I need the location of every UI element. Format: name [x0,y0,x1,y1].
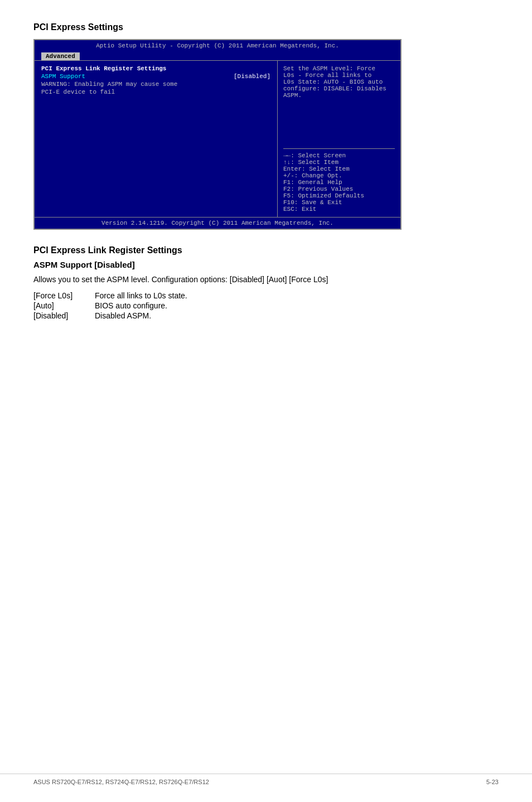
option-auto: [Auto] BIOS auto configure. [33,301,499,310]
bios-nav-line9: ESC: Exit [283,206,395,212]
bios-nav-line2: ↑↓: Select Item [283,159,395,166]
bios-nav-keys: →←: Select Screen ↑↓: Select Item Enter:… [283,148,395,212]
bios-aspm-value: [Disabled] [234,73,270,80]
option-val-force-l0s: Force all links to L0s state. [95,291,187,300]
option-val-disabled: Disabled ASPM. [95,311,151,320]
bios-nav-line1: →←: Select Screen [283,152,395,159]
bios-nav-line4: +/-: Change Opt. [283,172,395,179]
page-title: PCI Express Settings [33,22,499,32]
footer-page-number: 5-23 [486,779,499,785]
aspm-support-heading: ASPM Support [Disabled] [33,260,499,269]
bios-nav-line8: F10: Save & Exit [283,199,395,206]
option-force-l0s: [Force L0s] Force all links to L0s state… [33,291,499,300]
bios-footer: Version 2.14.1219. Copyright (C) 2011 Am… [35,217,400,229]
bios-tab-advanced: Advanced [41,52,80,60]
bios-right-panel: Set the ASPM Level: Force L0s - Force al… [278,61,400,217]
bios-warning-line1: WARNING: Enabling ASPM may cause some [41,81,270,88]
link-register-heading: PCI Express Link Register Settings [33,245,499,255]
bios-help-text: Set the ASPM Level: Force L0s - Force al… [283,65,395,146]
page-footer: ASUS RS720Q-E7/RS12, RS724Q-E7/RS12, RS7… [0,774,532,785]
bios-help-line3: L0s State: AUTO - BIOS auto [283,79,395,85]
option-key-auto: [Auto] [33,301,95,310]
bios-help-line1: Set the ASPM Level: Force [283,65,395,72]
bios-warning-line2: PCI-E device to fail [41,89,270,95]
bios-aspm-row: ASPM Support [Disabled] [41,73,270,80]
bios-nav-line7: F5: Optimized Defaults [283,192,395,199]
option-val-auto: BIOS auto configure. [95,301,167,310]
bios-left-panel: PCI Express Link Register Settings ASPM … [35,61,278,217]
bios-help-line5: ASPM. [283,92,395,99]
bios-header: Aptio Setup Utility - Copyright (C) 2011… [35,40,400,51]
option-key-force-l0s: [Force L0s] [33,291,95,300]
aspm-description: Allows you to set the ASPM level. Config… [33,274,499,286]
bios-body: PCI Express Link Register Settings ASPM … [35,60,400,217]
bios-aspm-label: ASPM Support [41,73,85,80]
bios-nav-line5: F1: General Help [283,179,395,186]
bios-tab-bar: Advanced [35,51,400,60]
option-disabled: [Disabled] Disabled ASPM. [33,311,499,320]
bios-help-line2: L0s - Force all links to [283,72,395,79]
bios-setting-title: PCI Express Link Register Settings [41,65,270,72]
bios-nav-line3: Enter: Select Item [283,166,395,172]
option-key-disabled: [Disabled] [33,311,95,320]
bios-nav-line6: F2: Previous Values [283,186,395,192]
bios-help-line4: configure: DISABLE: Disables [283,85,395,92]
bios-screen: Aptio Setup Utility - Copyright (C) 2011… [33,39,402,230]
footer-product-info: ASUS RS720Q-E7/RS12, RS724Q-E7/RS12, RS7… [33,779,209,785]
options-table: [Force L0s] Force all links to L0s state… [33,291,499,320]
